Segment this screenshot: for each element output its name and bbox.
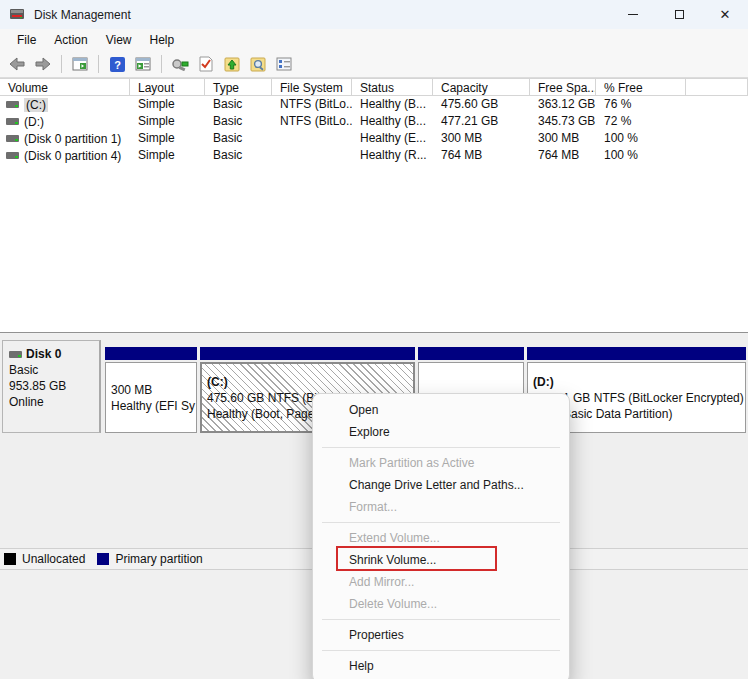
table-row[interactable]: (C:) Simple Basic NTFS (BitLo... Healthy… — [0, 96, 748, 113]
toolbar-separator — [98, 55, 99, 73]
cell-free-space: 300 MB — [530, 130, 596, 147]
volume-icon — [6, 101, 19, 108]
app-icon — [10, 8, 26, 22]
cell-type: Basic — [205, 147, 272, 164]
table-row[interactable]: (D:) Simple Basic NTFS (BitLo... Healthy… — [0, 113, 748, 130]
partition-color-bar — [105, 347, 197, 360]
cell-free-space: 345.73 GB — [530, 113, 596, 130]
folder-up-icon[interactable] — [221, 53, 243, 75]
menu-view[interactable]: View — [97, 31, 141, 49]
table-row[interactable]: (Disk 0 partition 4) Simple Basic Health… — [0, 147, 748, 164]
partition-efi[interactable]: 300 MB Healthy (EFI Sy — [105, 340, 197, 433]
partition-color-bar — [527, 347, 746, 360]
check-document-icon[interactable] — [195, 53, 217, 75]
cell-file-system — [272, 130, 352, 147]
toolbar: ? — [0, 51, 748, 78]
menu-item-properties[interactable]: Properties — [313, 624, 569, 646]
cell-pct-free: 72 % — [596, 113, 686, 130]
cell-layout: Simple — [130, 130, 205, 147]
volume-icon — [6, 118, 19, 125]
title-bar: Disk Management ✕ — [0, 0, 748, 29]
toolbar-separator — [61, 55, 62, 73]
column-header-empty — [686, 79, 748, 95]
column-header-file-system[interactable]: File System — [272, 79, 352, 95]
column-header-pct-free[interactable]: % Free — [596, 79, 686, 95]
cell-file-system: NTFS (BitLo... — [272, 96, 352, 113]
volume-name: (C:) — [24, 98, 48, 112]
column-header-type[interactable]: Type — [205, 79, 272, 95]
menu-separator — [313, 646, 569, 655]
cell-free-space: 764 MB — [530, 147, 596, 164]
folder-search-icon[interactable] — [247, 53, 269, 75]
volume-list: Volume Layout Type File System Status Ca… — [0, 78, 748, 333]
disk-type: Basic — [9, 362, 93, 378]
partition-color-bar — [418, 347, 524, 360]
disk-name: Disk 0 — [26, 346, 61, 362]
volume-name: (Disk 0 partition 4) — [24, 149, 121, 163]
minimize-button[interactable] — [610, 0, 656, 29]
inspect-icon[interactable] — [169, 53, 191, 75]
primary-partition-swatch — [97, 553, 109, 565]
table-row[interactable]: (Disk 0 partition 1) Simple Basic Health… — [0, 130, 748, 147]
disk-icon — [9, 351, 22, 358]
volume-icon — [6, 152, 19, 159]
column-header-layout[interactable]: Layout — [130, 79, 205, 95]
menu-action[interactable]: Action — [45, 31, 96, 49]
console-tree-icon[interactable] — [69, 53, 91, 75]
disk-management-window: Disk Management ✕ File Action View Help … — [0, 0, 748, 679]
cell-layout: Simple — [130, 147, 205, 164]
cell-status: Healthy (R... — [352, 147, 433, 164]
partition-color-bar — [200, 347, 415, 360]
svg-text:?: ? — [114, 58, 121, 70]
menu-item-mark-partition-active: Mark Partition as Active — [313, 452, 569, 474]
cell-pct-free: 100 % — [596, 147, 686, 164]
menu-item-change-drive-letter[interactable]: Change Drive Letter and Paths... — [313, 474, 569, 496]
back-icon[interactable] — [6, 53, 28, 75]
toolbar-separator — [161, 55, 162, 73]
maximize-icon — [675, 10, 684, 19]
menu-item-delete-volume: Delete Volume... — [313, 593, 569, 615]
disk-0-info-box[interactable]: Disk 0 Basic 953.85 GB Online — [2, 340, 101, 433]
action-pane-icon[interactable] — [132, 53, 154, 75]
column-header-capacity[interactable]: Capacity — [433, 79, 530, 95]
minimize-icon — [628, 14, 638, 15]
menu-item-explore[interactable]: Explore — [313, 421, 569, 443]
cell-file-system: NTFS (BitLo... — [272, 113, 352, 130]
cell-file-system — [272, 147, 352, 164]
properties-list-icon[interactable] — [273, 53, 295, 75]
partition-label: (D:) — [533, 374, 740, 390]
cell-status: Healthy (E... — [352, 130, 433, 147]
column-header-free-space[interactable]: Free Spa... — [530, 79, 596, 95]
menu-file[interactable]: File — [8, 31, 45, 49]
volume-name: (Disk 0 partition 1) — [24, 132, 121, 146]
maximize-button[interactable] — [656, 0, 702, 29]
cell-type: Basic — [205, 130, 272, 147]
menu-bar: File Action View Help — [0, 29, 748, 51]
cell-pct-free: 76 % — [596, 96, 686, 113]
close-button[interactable]: ✕ — [702, 0, 748, 29]
menu-item-open[interactable]: Open — [313, 399, 569, 421]
disk-size: 953.85 GB — [9, 378, 93, 394]
help-icon[interactable]: ? — [106, 53, 128, 75]
cell-status: Healthy (B... — [352, 96, 433, 113]
cell-pct-free: 100 % — [596, 130, 686, 147]
partition-status: Healthy (EFI Sy — [111, 398, 191, 414]
menu-separator — [313, 518, 569, 527]
cell-status: Healthy (B... — [352, 113, 433, 130]
legend-primary-partition: Primary partition — [115, 552, 202, 566]
volume-list-header: Volume Layout Type File System Status Ca… — [0, 78, 748, 96]
window-title: Disk Management — [34, 8, 131, 22]
cell-free-space: 363.12 GB — [530, 96, 596, 113]
cell-capacity: 300 MB — [433, 130, 530, 147]
column-header-status[interactable]: Status — [352, 79, 433, 95]
volume-name: (D:) — [24, 115, 44, 129]
menu-item-shrink-volume[interactable]: Shrink Volume... — [313, 549, 569, 571]
cell-type: Basic — [205, 113, 272, 130]
cell-capacity: 764 MB — [433, 147, 530, 164]
column-header-volume[interactable]: Volume — [0, 79, 130, 95]
forward-icon[interactable] — [32, 53, 54, 75]
menu-item-help[interactable]: Help — [313, 655, 569, 677]
menu-item-format: Format... — [313, 496, 569, 518]
menu-help[interactable]: Help — [141, 31, 184, 49]
menu-separator — [313, 615, 569, 624]
